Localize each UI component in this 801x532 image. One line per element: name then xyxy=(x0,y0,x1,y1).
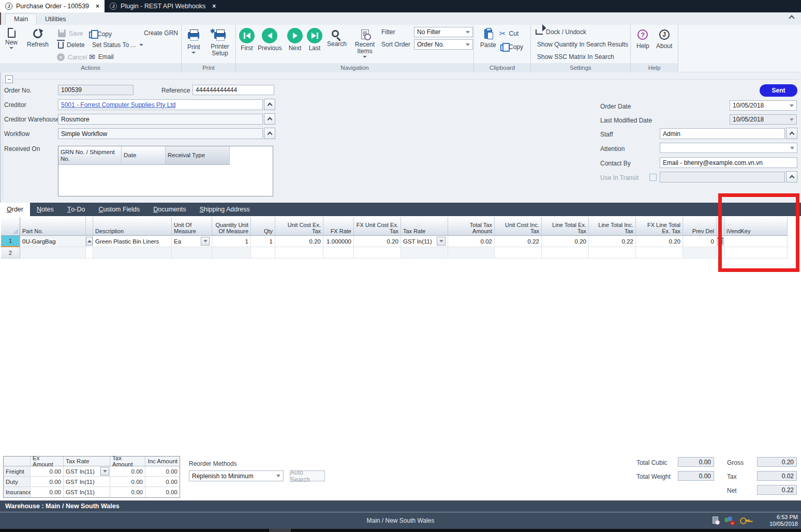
uom-dropdown-button[interactable] xyxy=(201,237,210,246)
grid-column-header[interactable]: Line Total Ex. Tax xyxy=(542,217,589,236)
copy-button[interactable]: Copy xyxy=(89,29,112,38)
grid-cell-uom[interactable]: Ea xyxy=(172,236,212,247)
grid-column-header[interactable]: FX Unit Cost Ex. Tax xyxy=(354,217,401,236)
charge-tax-rate[interactable]: GST In(11) xyxy=(64,487,110,497)
grid-cell-part-lookup[interactable] xyxy=(86,236,93,247)
grid-column-header[interactable]: Line Total Inc. Tax xyxy=(589,217,636,236)
grid-cell[interactable] xyxy=(323,247,354,259)
grid-cell-line-total-ex[interactable]: 0.20 xyxy=(542,236,589,247)
grid-cell-total-tax[interactable]: 0.02 xyxy=(448,236,495,247)
tax-rate-dropdown-button[interactable] xyxy=(437,237,446,246)
grid-column-header[interactable]: Part No. xyxy=(20,217,86,236)
charge-ex-amount[interactable]: 0.00 xyxy=(31,487,64,497)
charge-tax-amount[interactable]: 0.00 xyxy=(110,487,145,497)
received-grid-column-header[interactable]: Receival Type xyxy=(166,146,230,165)
doc-tab-plugin-webhooks[interactable]: J Plugin - REST API Webhooks × xyxy=(105,0,221,12)
grid-cell-qty-uom[interactable]: 1 xyxy=(212,236,251,247)
order-date-picker[interactable]: 10/05/2018 xyxy=(730,100,797,111)
charge-inc-amount[interactable]: 0.00 xyxy=(145,487,180,497)
grid-column-header[interactable]: Unit Of Measure xyxy=(172,217,212,236)
charge-tax-rate[interactable]: GST In(11) xyxy=(64,477,110,487)
staff-field[interactable]: Admin xyxy=(660,128,785,139)
part-lookup-button[interactable] xyxy=(86,237,93,246)
next-button[interactable]: Next xyxy=(287,28,303,52)
grid-cell[interactable] xyxy=(172,247,212,259)
grid-column-header[interactable]: FX Rate xyxy=(323,217,354,236)
charge-tax-amount[interactable]: 0.00 xyxy=(110,477,145,487)
charge-ex-amount[interactable]: 0.00 xyxy=(31,477,64,487)
previous-button[interactable]: Previous xyxy=(258,28,282,52)
grid-cell[interactable] xyxy=(251,247,275,259)
set-status-button[interactable]: Set Status To ... xyxy=(92,41,143,49)
grid-column-header[interactable]: Unit Cost Ex. Tax xyxy=(275,217,323,236)
use-in-transit-expand-button[interactable] xyxy=(786,171,797,183)
creditor-field[interactable]: 5001 - Forrest Computer Supplies Pty Ltd xyxy=(58,99,263,110)
received-on-grid[interactable]: GRN No. / Shipment No. Date Receival Typ… xyxy=(58,146,273,196)
grid-column-header[interactable]: Tax Rate xyxy=(401,217,448,236)
row-number-cell[interactable]: 2 xyxy=(1,247,20,259)
tab-documents[interactable]: Documents xyxy=(146,203,192,216)
grid-cell[interactable] xyxy=(86,247,93,259)
tab-custom-fields[interactable]: Custom Fields xyxy=(92,203,146,216)
creditor-link[interactable]: 5001 - Forrest Computer Supplies Pty Ltd xyxy=(61,101,175,109)
grid-cell[interactable] xyxy=(93,247,172,259)
grid-column-header[interactable]: FX Line Total Ex. Tax xyxy=(636,217,683,236)
grid-cell[interactable] xyxy=(542,247,589,259)
recent-items-button[interactable]: Recent Items xyxy=(353,28,376,58)
sort-order-select[interactable]: Order No. xyxy=(414,39,473,50)
grid-cell-part-no[interactable]: 0U-GargBag xyxy=(20,236,86,247)
search-button[interactable]: Search xyxy=(327,28,347,48)
attention-select[interactable] xyxy=(660,143,797,153)
charge-inc-amount[interactable]: 0.00 xyxy=(145,477,180,487)
show-ssc-matrix-button[interactable]: Show SSC Matrix In Search xyxy=(537,53,614,60)
doc-tab-purchase-order[interactable]: J Purchase Order - 100539 × xyxy=(0,0,105,12)
creditor-warehouse-field[interactable]: Rossmore xyxy=(58,114,263,125)
grid-cell[interactable] xyxy=(212,247,251,259)
grid-cell-description[interactable]: Green Plastic Bin Liners xyxy=(93,236,172,247)
grid-cell-fx-line-total-ex[interactable]: 0.20 xyxy=(636,236,683,247)
tray-key-icon[interactable] xyxy=(740,516,750,524)
save-button[interactable]: Save xyxy=(58,29,83,37)
grid-cell-prev-del[interactable]: 0 xyxy=(683,236,717,247)
tab-order[interactable]: Order xyxy=(0,203,30,216)
grid-select-all-corner[interactable] xyxy=(1,217,20,236)
dock-undock-button[interactable]: Dock / Undock xyxy=(536,28,586,36)
about-button[interactable]: J About xyxy=(656,28,672,50)
workflow-expand-button[interactable] xyxy=(264,128,275,139)
grid-cell[interactable] xyxy=(448,247,495,259)
auto-search-button[interactable]: Auto Search xyxy=(290,470,325,481)
staff-expand-button[interactable] xyxy=(786,128,797,139)
print-button[interactable]: Print xyxy=(187,28,200,54)
ribbon-tab-utilities[interactable]: Utilities xyxy=(37,14,74,25)
creditor-warehouse-expand-button[interactable] xyxy=(264,113,275,125)
status-sent-button[interactable]: Sent xyxy=(760,84,797,97)
reorder-method-select[interactable]: Replenish to Minimum xyxy=(189,470,284,481)
help-button[interactable]: ? Help xyxy=(636,28,649,50)
grid-cell[interactable] xyxy=(636,247,683,259)
charge-ex-amount[interactable]: 0.00 xyxy=(31,466,64,477)
new-button[interactable]: New xyxy=(5,28,18,49)
received-grid-column-header[interactable]: Date xyxy=(122,146,166,165)
reference-field[interactable]: 444444444444 xyxy=(192,85,274,95)
grid-cell[interactable] xyxy=(589,247,636,259)
charge-tax-amount[interactable]: 0.00 xyxy=(110,466,145,477)
use-in-transit-checkbox[interactable] xyxy=(649,174,657,181)
ribbon-tab-main[interactable]: Main xyxy=(5,13,37,25)
printer-setup-button[interactable]: ✱ Printer Setup xyxy=(208,28,232,57)
first-button[interactable]: First xyxy=(239,28,255,52)
paste-button[interactable]: Paste xyxy=(480,28,496,49)
workflow-field[interactable]: Simple Workflow xyxy=(58,128,263,139)
delete-button[interactable]: Delete xyxy=(58,41,85,49)
grid-cell[interactable] xyxy=(20,247,86,259)
charge-tax-rate[interactable]: GST In(11) xyxy=(64,466,110,477)
grid-cell-line-total-inc[interactable]: 0.22 xyxy=(589,236,636,247)
grid-cell-fx-rate[interactable]: 1.000000 xyxy=(323,236,354,247)
grid-cell[interactable] xyxy=(275,247,323,259)
email-button[interactable]: ✉ Email xyxy=(89,53,114,60)
close-icon[interactable]: × xyxy=(96,3,99,10)
collapse-ribbon-icon[interactable] xyxy=(789,15,794,21)
row-number-cell[interactable]: 1 xyxy=(1,236,20,247)
grid-column-header[interactable]: Quantity Unit Of Measure xyxy=(212,217,251,236)
grid-cell-fx-unit-cost-ex[interactable]: 0.20 xyxy=(354,236,401,247)
filter-select[interactable]: No Filter xyxy=(414,27,473,37)
